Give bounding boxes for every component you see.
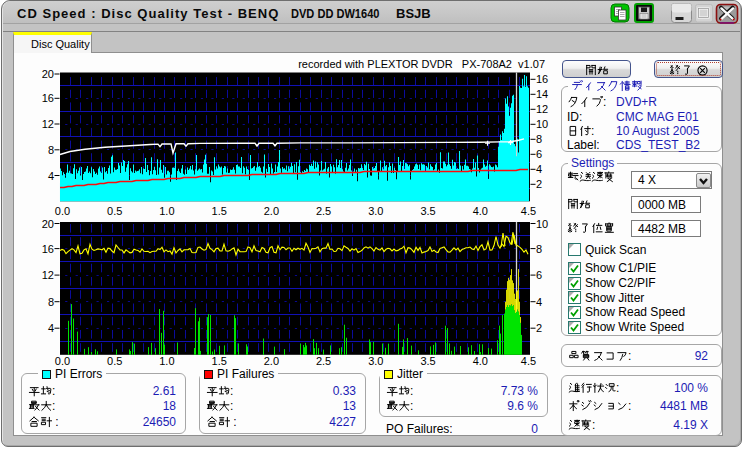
svg-text:3.5: 3.5 (420, 205, 435, 217)
svg-text:6: 6 (536, 148, 542, 160)
svg-text:16: 16 (42, 243, 54, 255)
svg-text:2: 2 (536, 178, 542, 190)
svg-text:6: 6 (536, 269, 542, 281)
svg-text:4.0: 4.0 (473, 355, 488, 367)
svg-text:0.5: 0.5 (107, 355, 122, 367)
svg-text:10: 10 (536, 218, 548, 230)
svg-text:12: 12 (42, 118, 54, 130)
svg-text:1.0: 1.0 (159, 205, 174, 217)
svg-text:12: 12 (536, 103, 548, 115)
svg-text:1.5: 1.5 (212, 355, 227, 367)
svg-text:8: 8 (536, 133, 542, 145)
svg-text:2.5: 2.5 (316, 205, 331, 217)
svg-text:16: 16 (42, 92, 54, 104)
svg-text:20: 20 (42, 218, 54, 230)
svg-text:0.5: 0.5 (107, 205, 122, 217)
svg-text:8: 8 (536, 243, 542, 255)
svg-text:3.5: 3.5 (420, 355, 435, 367)
svg-text:0.0: 0.0 (55, 355, 70, 367)
svg-text:8: 8 (48, 144, 54, 156)
svg-text:8: 8 (48, 296, 54, 308)
svg-text:4.5: 4.5 (521, 355, 536, 367)
svg-text:4.5: 4.5 (521, 205, 536, 217)
svg-text:4: 4 (48, 170, 54, 182)
svg-text:4: 4 (536, 163, 542, 175)
svg-text:14: 14 (536, 88, 548, 100)
svg-text:recorded with PLEXTOR DVDR P: recorded with PLEXTOR DVDR PX-708A2 v1.0… (298, 58, 545, 70)
svg-text:4: 4 (48, 322, 54, 334)
svg-text:12: 12 (42, 269, 54, 281)
svg-text:1.5: 1.5 (212, 205, 227, 217)
svg-text:3.0: 3.0 (368, 205, 383, 217)
svg-text:3.0: 3.0 (368, 355, 383, 367)
svg-text:4.0: 4.0 (473, 205, 488, 217)
svg-text:2.5: 2.5 (316, 355, 331, 367)
svg-text:16: 16 (536, 73, 548, 85)
svg-text:10: 10 (536, 118, 548, 130)
svg-text:2: 2 (536, 322, 542, 334)
svg-text:2.0: 2.0 (264, 205, 279, 217)
svg-text:2.0: 2.0 (264, 355, 279, 367)
svg-text:4: 4 (536, 296, 542, 308)
svg-text:20: 20 (42, 68, 54, 80)
svg-text:1.0: 1.0 (159, 355, 174, 367)
svg-text:0.0: 0.0 (55, 205, 70, 217)
